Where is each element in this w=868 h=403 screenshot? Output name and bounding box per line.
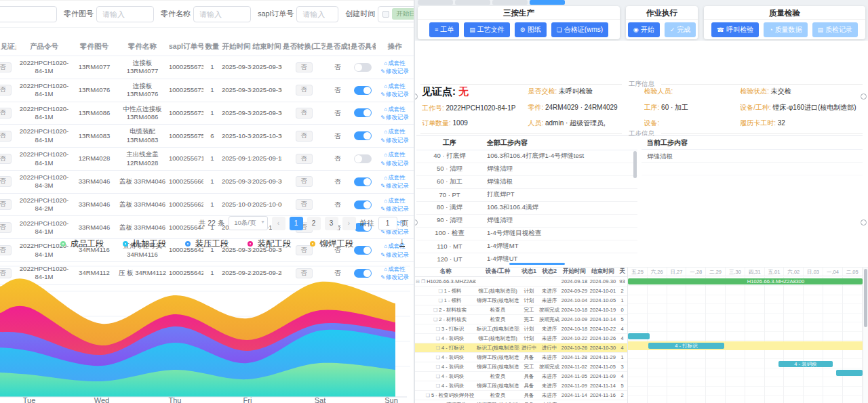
completeness-link[interactable]: ⌂成套性 — [384, 60, 405, 67]
呼叫检验-button[interactable]: ☎ 呼叫检验 — [711, 22, 759, 37]
modify-record-link[interactable]: ✎修改记录 — [380, 91, 409, 98]
开始-button[interactable]: ◉ 开始 — [628, 22, 660, 37]
gantt-row[interactable]: ❏1 - 领料铆焊工段(核电制造部)计划未进序2024-10-042024-10… — [415, 295, 627, 305]
gantt-bar[interactable]: 4 - 装码块 — [778, 361, 833, 367]
actions-cell: ⌂成套性✎修改记录 — [376, 79, 414, 102]
gantt-row[interactable]: ❏1 - 领料铆工(核电制造部)计划未进序2024-09-292024-10-0… — [415, 286, 627, 295]
gantt-row[interactable]: ❏4 - 装码块铆焊工段(核电制造部)具备未进序2024-11-092024-1… — [415, 381, 627, 390]
next-page-button[interactable]: › — [342, 217, 356, 230]
legend-item[interactable]: 铆焊工段 — [310, 238, 354, 250]
gantt-row[interactable]: ❏6 - 清理工件铆焊工段(核电制造部)具备未进序2024-11-162024-… — [415, 400, 627, 403]
prev-page-button[interactable]: ‹ — [272, 217, 285, 230]
tab-stub[interactable] — [418, 0, 453, 5]
modify-record-link[interactable]: ✎修改记录 — [380, 160, 409, 167]
ready-toggle[interactable] — [354, 177, 372, 186]
pane-resize-handle[interactable] — [415, 93, 418, 100]
质量数据-button[interactable]: ◔ 质量数据 — [764, 22, 807, 37]
step-row: 110 · MT1-4焊缝MT — [416, 240, 637, 253]
legend-item[interactable]: 成品工段 — [60, 238, 104, 250]
part-name-input[interactable] — [193, 6, 251, 22]
质检记录-button[interactable]: ▤ 质检记录 — [812, 22, 859, 37]
gantt-end-cell: 2024-10-30 — [589, 343, 617, 352]
horizontal-scrollbar[interactable] — [509, 263, 565, 265]
gantt-bar[interactable]: 4 - 打标识 — [648, 343, 724, 349]
info-label: 设备: — [644, 119, 660, 127]
modify-record-link[interactable]: ✎修改记录 — [380, 137, 409, 144]
steps-header-operation[interactable]: 工序 — [416, 136, 483, 150]
info-label: 设备/工种: — [740, 104, 772, 111]
gantt-bar[interactable]: H1026-66-3-MHZ2A8300 — [628, 278, 863, 284]
tab-stub[interactable] — [455, 0, 490, 5]
check-icon: ✓ — [670, 26, 675, 33]
ready-toggle[interactable] — [354, 108, 372, 117]
完成-button[interactable]: ✓ 完成 — [665, 22, 696, 37]
leading-filter-input[interactable] — [0, 6, 57, 22]
scrollbar-thumb[interactable] — [864, 269, 867, 327]
gantt-row[interactable]: ❏4 - 打标识标识工(核电制造部)进行中进行中2024-10-262024-1… — [415, 343, 627, 352]
legend-item[interactable]: 装压工段 — [185, 238, 229, 250]
ready-toggle[interactable] — [354, 200, 372, 209]
transfer-badge: 否 — [296, 85, 313, 96]
page-button[interactable]: 1 — [290, 217, 303, 230]
create-time-range-picker[interactable]: 开始日期 - 结束日期 — [378, 6, 414, 22]
start-date-input[interactable]: 开始日期 — [392, 8, 414, 20]
gantt-row[interactable]: ❏2 - 材料核实检查员完工按期完成2024-10-182024-10-190 — [415, 305, 627, 314]
filter-label-part-name: 零件名称 — [161, 9, 191, 19]
vertical-scrollbar[interactable] — [633, 151, 637, 178]
card-body: ≡ 工单▤ 工艺文件⚙ 图纸❏ 合格证(wms) — [418, 20, 620, 39]
ready-toggle[interactable] — [354, 63, 372, 72]
gantt-row[interactable]: ❏5 - 检查码块焊外径检查员具备未进序2024-11-142024-11-16… — [415, 390, 627, 400]
gantt-row[interactable]: ❏4 - 装码块铆焊工段(核电制造部)具备未进序2024-11-282024-1… — [415, 352, 627, 362]
document-icon: ❏ — [433, 307, 437, 312]
completeness-link[interactable]: ⌂成套性 — [384, 83, 405, 90]
completeness-link[interactable]: ⌂成套性 — [384, 151, 405, 158]
jump-page-input[interactable] — [378, 217, 397, 230]
gantt-row[interactable]: ❏4 - 装码块检查员具备未进序2024-11-052024-11-094 — [415, 371, 627, 381]
sap-order-input[interactable] — [296, 6, 338, 22]
legend-item[interactable]: 机加工段 — [123, 238, 167, 250]
pane-resize-handle[interactable] — [861, 93, 867, 100]
合格证(wms)-button[interactable]: ❏ 合格证(wms) — [551, 22, 608, 37]
completeness-link[interactable]: ⌂成套性 — [384, 174, 405, 182]
gantt-bar[interactable] — [628, 333, 650, 339]
modify-record-link[interactable]: ✎修改记录 — [380, 114, 409, 121]
工艺文件-button[interactable]: ▤ 工艺文件 — [464, 22, 510, 37]
tab-stub[interactable] — [530, 0, 565, 5]
checkbox-icon[interactable] — [382, 11, 389, 18]
gantt-row[interactable]: ❏2 - 材料核实检查员完工按期完成2024-10-092024-10-145 — [415, 314, 627, 324]
ready-toggle[interactable] — [354, 131, 372, 140]
page-button[interactable]: 2 — [307, 217, 321, 230]
gantt-row[interactable]: ❏4 - 装码块铆焊工段(核电制造部)完工按期完成2024-11-022024-… — [415, 362, 627, 371]
ready-toggle[interactable] — [354, 86, 372, 95]
completeness-link[interactable]: ⌂成套性 — [384, 197, 405, 205]
modify-record-link[interactable]: ✎修改记录 — [380, 182, 409, 190]
collapse-icon[interactable]: ⊟ — [416, 279, 420, 284]
modify-record-link[interactable]: ✎修改记录 — [380, 205, 409, 213]
legend-item[interactable]: 装配工段 — [248, 238, 292, 250]
completeness-link[interactable]: ⌂成套性 — [384, 106, 405, 113]
step-row: 90 · 清理焊缝清理 — [416, 214, 637, 227]
part-name-cell: 盖板 33RM4046 — [117, 170, 168, 193]
table-row: 否2022HPCH1020-84-1M13RM4076连接板 13RM40761… — [0, 79, 414, 102]
page-size-select[interactable]: 10条/页 — [229, 216, 267, 230]
gantt-row[interactable]: ❏3 - 打标识标识工(核电制造部)计划未进序2024-10-182024-10… — [415, 324, 627, 333]
pane-resize-handle[interactable] — [861, 219, 867, 226]
ready-toggle[interactable] — [354, 154, 372, 163]
completeness-link[interactable]: ⌂成套性 — [384, 128, 405, 135]
gantt-scrollbar[interactable] — [863, 268, 868, 403]
工单-button[interactable]: ≡ 工单 — [429, 22, 459, 37]
witness-cell: 否 — [0, 170, 16, 193]
tab-stub[interactable] — [492, 0, 528, 5]
gantt-row[interactable]: ⊟❐H1026-66-3-MHZ2A83002024-09-182024-09-… — [415, 276, 627, 286]
gantt-start-cell: 2024-09-29 — [560, 286, 589, 295]
timeline-day-label: 二,05 — [843, 268, 863, 276]
gantt-end-cell: 2024-10-05 — [589, 295, 617, 305]
part-no-input[interactable] — [96, 6, 154, 22]
download-icon[interactable]: ↓ — [399, 237, 406, 247]
gantt-bar[interactable] — [836, 370, 863, 376]
gantt-row[interactable]: ❏4 - 装码块铆工(核电制造部)计划未进序2024-10-222024-10-… — [415, 333, 627, 343]
图纸-button[interactable]: ⚙ 图纸 — [515, 22, 547, 37]
page-button[interactable]: 3 — [325, 217, 338, 230]
step-operation: 40 · 打底焊 — [416, 150, 483, 163]
modify-record-link[interactable]: ✎修改记录 — [380, 68, 409, 75]
